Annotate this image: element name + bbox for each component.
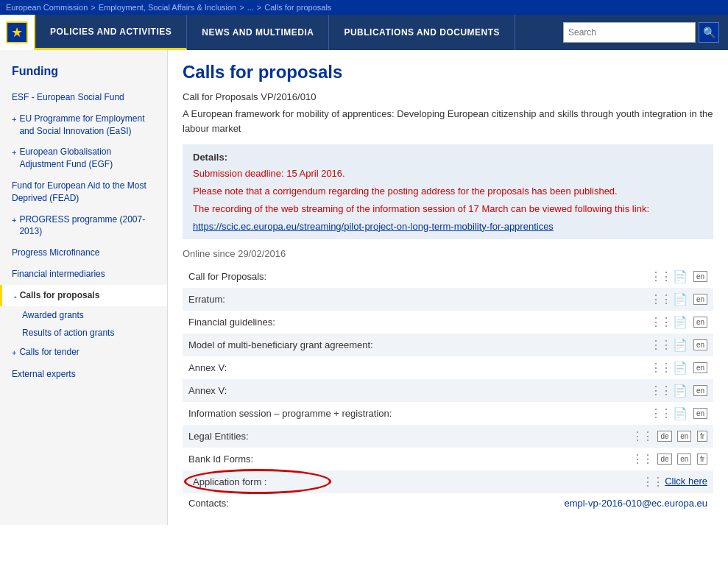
sidebar-item-calls-proposals[interactable]: - Calls for proposals — [0, 285, 167, 306]
doc-icons-6: ⋮⋮ 📄 en — [475, 402, 713, 425]
logo-icon: ★ — [6, 21, 28, 43]
dots-icon: ⋮⋮ — [632, 430, 652, 442]
sidebar-item-egf[interactable]: + European Globalisation Adjustment Fund… — [0, 141, 167, 175]
sidebar-item-calls-tender[interactable]: + Calls for tender — [0, 342, 167, 363]
lang-badge-en[interactable]: en — [693, 339, 707, 350]
sidebar-label-esf: ESF - European Social Fund — [12, 91, 124, 104]
table-row: Financial guidelines: ⋮⋮ 📄 en — [183, 311, 713, 334]
click-here-link[interactable]: Click here — [665, 476, 707, 487]
nav-publications[interactable]: PUBLICATIONS AND DOCUMENTS — [329, 15, 515, 50]
pdf-icon[interactable]: 📄 — [673, 384, 688, 397]
content-area: Calls for proposals Call for Proposals V… — [168, 50, 728, 525]
sidebar-item-microfinance[interactable]: Progress Microfinance — [0, 242, 167, 264]
nav-news[interactable]: NEWS AND MULTIMEDIA — [187, 15, 329, 50]
table-row: Call for Proposals: ⋮⋮ 📄 en — [183, 265, 713, 288]
table-row: Annex V: ⋮⋮ 📄 en — [183, 379, 713, 402]
doc-label-0: Call for Proposals: — [183, 265, 475, 288]
sidebar-label-fead: Fund for European Aid to the Most Depriv… — [12, 180, 155, 205]
nav-policies[interactable]: POLICIES AND ACTIVITIES — [35, 15, 187, 50]
sidebar-item-easi[interactable]: + EU Programme for Employment and Social… — [0, 108, 167, 142]
pdf-icon[interactable]: 📄 — [673, 270, 688, 283]
doc-label-3: Model of multi-beneficiary grant agreeme… — [183, 334, 475, 356]
table-row: Bank Id Forms: ⋮⋮ de en fr — [183, 448, 713, 470]
breadcrumb-sep1: > — [91, 3, 95, 12]
table-row: Legal Entities: ⋮⋮ de en fr — [183, 425, 713, 448]
search-input[interactable] — [563, 22, 696, 43]
table-row: Model of multi-beneficiary grant agreeme… — [183, 334, 713, 356]
doc-icons-4: ⋮⋮ 📄 en — [475, 356, 713, 379]
call-description: A European framework for mobility of app… — [183, 107, 713, 135]
doc-icons-5: ⋮⋮ 📄 en — [475, 379, 713, 402]
doc-icons-8: ⋮⋮ de en fr — [475, 448, 713, 470]
nav-links: POLICIES AND ACTIVITIES NEWS AND MULTIME… — [35, 15, 554, 50]
dots-icon: ⋮⋮ — [650, 407, 671, 420]
expand-icon-egf: + — [12, 147, 16, 158]
sidebar-label-egf: European Globalisation Adjustment Fund (… — [19, 146, 155, 171]
streaming-link[interactable]: https://scic.ec.europa.eu/streaming/pilo… — [193, 221, 554, 232]
dots-icon: ⋮⋮ — [632, 453, 652, 465]
pdf-icon[interactable]: 📄 — [673, 361, 688, 374]
breadcrumb-ellipsis[interactable]: ... — [247, 3, 254, 12]
page-title: Calls for proposals — [183, 62, 713, 82]
doc-label-4: Annex V: — [183, 356, 475, 379]
pdf-icon[interactable]: 📄 — [673, 407, 688, 420]
breadcrumb: European Commission > Employment, Social… — [0, 0, 728, 15]
sidebar-label-microfinance: Progress Microfinance — [12, 247, 99, 259]
table-row: Annex V: ⋮⋮ 📄 en — [183, 356, 713, 379]
call-reference: Call for Proposals VP/2016/010 — [183, 91, 713, 102]
dots-icon: ⋮⋮ — [650, 361, 671, 374]
notice2-text: The recording of the web streaming of th… — [193, 202, 703, 216]
doc-label-8: Bank Id Forms: — [183, 448, 475, 470]
lang-badge-en[interactable]: en — [693, 317, 707, 328]
sidebar-item-intermediaries[interactable]: Financial intermediaries — [0, 264, 167, 285]
expand-icon-tender: + — [12, 347, 16, 359]
breadcrumb-sep2: > — [239, 3, 244, 12]
sidebar-item-progress[interactable]: + PROGRESS programme (2007-2013) — [0, 209, 167, 243]
breadcrumb-sep3: > — [257, 3, 261, 12]
search-button[interactable]: 🔍 — [699, 22, 719, 43]
lang-badge-en[interactable]: en — [693, 362, 707, 373]
sidebar-item-awarded-grants[interactable]: Awarded grants — [0, 306, 167, 324]
application-form-row: Application form : ⋮⋮ Click here — [183, 470, 713, 493]
deadline-text: Submission deadline: 15 April 2016. — [193, 167, 703, 180]
sidebar-label-external-experts: External experts — [12, 368, 76, 381]
breadcrumb-esai[interactable]: Employment, Social Affairs & Inclusion — [99, 3, 237, 12]
lang-badge-de[interactable]: de — [657, 431, 671, 442]
sidebar-label-easi: EU Programme for Employment and Social I… — [19, 113, 155, 138]
lang-badge-en[interactable]: en — [693, 408, 707, 419]
lang-badge-de[interactable]: de — [657, 454, 671, 465]
sidebar-label-calls-proposals: Calls for proposals — [20, 289, 100, 302]
lang-badge-en[interactable]: en — [693, 385, 707, 396]
site-logo[interactable]: ★ — [0, 15, 35, 50]
table-row: Information session – programme + regist… — [183, 402, 713, 425]
lang-badge-en[interactable]: en — [693, 294, 707, 305]
lang-badge-en[interactable]: en — [693, 271, 707, 282]
online-since: Online since 29/02/2016 — [183, 248, 713, 259]
lang-badge-en[interactable]: en — [677, 431, 691, 442]
expand-icon-calls: - — [14, 291, 17, 302]
doc-icons-1: ⋮⋮ 📄 en — [475, 288, 713, 311]
doc-icons-0: ⋮⋮ 📄 en — [475, 265, 713, 288]
pdf-icon[interactable]: 📄 — [673, 316, 688, 328]
expand-icon-progress: + — [12, 215, 16, 226]
contact-email-link[interactable]: empl-vp-2016-010@ec.europa.eu — [564, 498, 707, 509]
sidebar-item-results-action[interactable]: Results of action grants — [0, 324, 167, 342]
sidebar-item-external-experts[interactable]: External experts — [0, 364, 167, 385]
sidebar-item-esf[interactable]: ESF - European Social Fund — [0, 87, 167, 108]
breadcrumb-ec[interactable]: European Commission — [6, 3, 88, 12]
sidebar-label-calls-tender: Calls for tender — [19, 346, 79, 359]
lang-badge-en[interactable]: en — [677, 454, 691, 465]
doc-icons-2: ⋮⋮ 📄 en — [475, 311, 713, 334]
doc-icons-3: ⋮⋮ 📄 en — [475, 334, 713, 356]
sidebar-title: Funding — [0, 59, 167, 87]
notice1-text: Please note that a corrigendum regarding… — [193, 185, 703, 198]
lang-badge-fr[interactable]: fr — [697, 431, 707, 442]
documents-table: Call for Proposals: ⋮⋮ 📄 en Erratum: ⋮⋮ … — [183, 265, 713, 513]
lang-badge-fr[interactable]: fr — [697, 454, 707, 465]
pdf-icon[interactable]: 📄 — [673, 293, 688, 306]
search-area: 🔍 — [554, 15, 728, 50]
sidebar-item-fead[interactable]: Fund for European Aid to the Most Depriv… — [0, 175, 167, 209]
pdf-icon[interactable]: 📄 — [673, 339, 688, 351]
details-box: Details: Submission deadline: 15 April 2… — [183, 144, 713, 239]
doc-label-2: Financial guidelines: — [183, 311, 475, 334]
